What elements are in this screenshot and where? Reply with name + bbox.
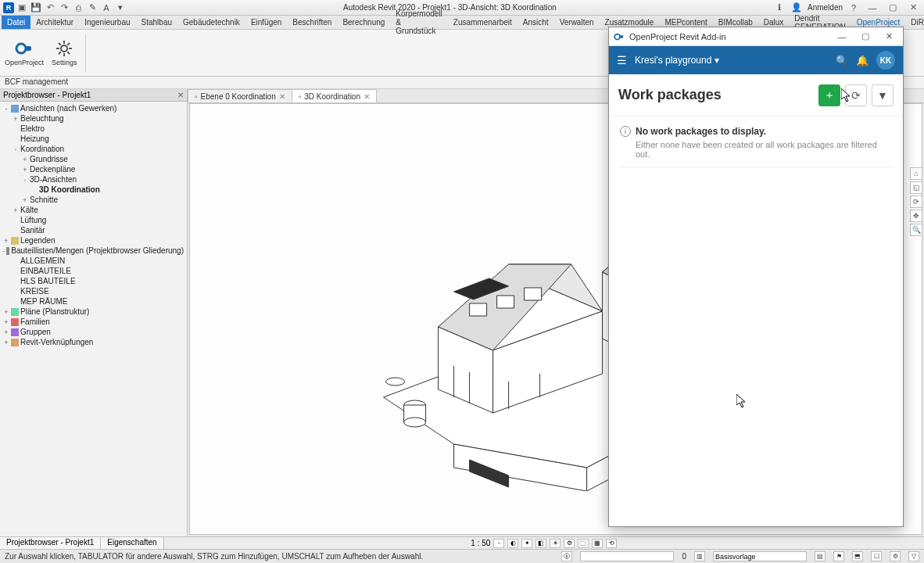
qat-more-icon[interactable]: ▾ — [114, 2, 127, 14]
qat-open-icon[interactable]: ▣ — [16, 2, 28, 14]
help-icon[interactable]: ? — [847, 2, 860, 14]
doc-tab-browser[interactable]: Projektbrowser - Projekt1 — [0, 537, 101, 549]
search-icon[interactable]: 🔍 — [836, 55, 848, 66]
expand-icon[interactable]: + — [2, 237, 11, 245]
ribbon-tab[interactable]: Architektur — [30, 16, 79, 29]
tree-row[interactable]: -Bauteillisten/Mengen (Projektbrowser Gl… — [0, 246, 187, 256]
settings-button[interactable]: Settings — [52, 39, 77, 66]
window-close-icon[interactable]: ✕ — [905, 2, 921, 14]
status-icon[interactable]: ⚙ — [890, 551, 901, 561]
user-avatar[interactable]: KK — [876, 51, 895, 70]
op-minimize-icon[interactable]: — — [833, 29, 851, 45]
nav-cube-icon[interactable]: ◱ — [910, 181, 922, 194]
ribbon-tab[interactable]: Stahlbau — [136, 16, 177, 29]
expand-icon[interactable]: + — [2, 328, 11, 336]
expand-icon[interactable]: + — [20, 166, 30, 174]
project-browser-close-icon[interactable]: ✕ — [177, 91, 184, 99]
status-search-input[interactable] — [580, 551, 674, 561]
tree-row[interactable]: Elektro — [0, 124, 187, 134]
tree-row[interactable]: ALLGEMEIN — [0, 256, 187, 266]
op-refresh-button[interactable]: ⟳ — [845, 84, 867, 106]
doc-tab-properties[interactable]: Eigenschaften — [101, 537, 163, 549]
status-icon[interactable]: 🛈 — [561, 551, 572, 561]
view-tab-close-icon[interactable]: ✕ — [364, 92, 370, 101]
tree-row[interactable]: KREISE — [0, 286, 187, 296]
window-maximize-icon[interactable]: ▢ — [885, 2, 901, 14]
ribbon-tab[interactable]: Körpermodell & Grundstück — [390, 16, 447, 29]
bell-icon[interactable]: 🔔 — [856, 55, 868, 66]
ribbon-tab[interactable]: Verwalten — [554, 16, 600, 29]
hamburger-icon[interactable]: ☰ — [617, 54, 627, 66]
expand-icon[interactable]: + — [20, 156, 30, 163]
collapse-icon[interactable]: - — [20, 176, 30, 184]
qat-redo-icon[interactable]: ↷ — [58, 2, 70, 14]
tree-row[interactable]: +Gruppen — [0, 327, 187, 337]
qat-print-icon[interactable]: ⎙ — [72, 2, 84, 14]
nav-home-icon[interactable]: ⌂ — [910, 167, 922, 180]
view-tab-close-icon[interactable]: ✕ — [279, 92, 285, 101]
tree-row[interactable]: 3D Koordination — [0, 185, 187, 195]
ribbon-tab[interactable]: Einfügen — [245, 16, 287, 29]
qat-undo-icon[interactable]: ↶ — [44, 2, 56, 14]
user-icon[interactable]: 👤 — [790, 2, 803, 14]
vcb-icon[interactable]: ◐ — [507, 539, 518, 548]
expand-icon[interactable]: + — [2, 308, 11, 316]
ribbon-tab[interactable]: Gebäudetechnik — [177, 16, 245, 29]
vcb-icon[interactable]: ▦ — [592, 539, 603, 548]
op-maximize-icon[interactable]: ▢ — [856, 29, 875, 45]
expand-icon[interactable]: + — [11, 115, 20, 123]
view-tab[interactable]: ▫3D Koordination✕ — [292, 89, 377, 102]
nav-zoom-icon[interactable]: 🔍 — [910, 224, 922, 236]
login-link[interactable]: Anmelden — [808, 3, 843, 12]
collapse-icon[interactable]: - — [2, 105, 11, 113]
qat-measure-icon[interactable]: ✎ — [86, 2, 98, 14]
vcb-icon[interactable]: ☀ — [550, 539, 560, 548]
nav-pan-icon[interactable]: ✥ — [910, 210, 922, 222]
tree-row[interactable]: +Pläne (Planstruktur) — [0, 307, 187, 317]
ribbon-tab[interactable]: Ansicht — [518, 16, 554, 29]
tree-row[interactable]: +Deckenpläne — [0, 164, 187, 174]
tree-row[interactable]: +Beleuchtung — [0, 113, 187, 124]
tree-row[interactable]: +Revit-Verknüpfungen — [0, 337, 187, 347]
view-tab[interactable]: ▫Ebene 0 Koordination✕ — [188, 89, 292, 102]
expand-icon[interactable]: + — [11, 206, 20, 214]
qat-save-icon[interactable]: 💾 — [30, 2, 42, 14]
vcb-icon[interactable]: ◧ — [535, 539, 546, 548]
op-add-button[interactable]: ＋ — [818, 84, 840, 106]
status-icon[interactable]: ⚑ — [833, 551, 844, 561]
status-filter-icon[interactable]: ▽ — [908, 551, 919, 561]
status-icon[interactable]: ▥ — [694, 551, 705, 561]
op-close-icon[interactable]: ✕ — [879, 29, 898, 45]
tree-row[interactable]: -Koordination — [0, 144, 187, 154]
tree-row[interactable]: +Legenden — [0, 235, 187, 246]
op-filter-button[interactable]: ▼ — [872, 84, 894, 106]
ribbon-tab[interactable]: Beschriften — [287, 16, 337, 29]
tree-row[interactable]: -Ansichten (nach Gewerken) — [0, 103, 187, 113]
tree-row[interactable]: +Familien — [0, 317, 187, 327]
tree-row[interactable]: Heizung — [0, 134, 187, 144]
tree-row[interactable]: MEP RÄUME — [0, 296, 187, 307]
status-icon[interactable]: ☐ — [871, 551, 882, 561]
tree-row[interactable]: -3D-Ansichten — [0, 174, 187, 185]
openproject-button[interactable]: OpenProject — [5, 39, 44, 66]
ribbon-tab[interactable]: Datei — [2, 16, 30, 29]
nav-orbit-icon[interactable]: ⟳ — [910, 195, 922, 208]
vcb-icon[interactable]: ⚙ — [564, 539, 575, 548]
expand-icon[interactable]: + — [2, 318, 11, 326]
tree-row[interactable]: EINBAUTEILE — [0, 266, 187, 276]
tree-row[interactable]: +Grundrisse — [0, 154, 187, 164]
tree-row[interactable]: +Kälte — [0, 205, 187, 215]
vcb-icon[interactable]: ▫ — [493, 539, 504, 548]
vcb-icon[interactable]: ⟲ — [606, 539, 617, 548]
status-icon[interactable]: ⬒ — [852, 551, 863, 561]
info-icon[interactable]: ℹ — [773, 2, 786, 14]
tree-row[interactable]: +Schnitte — [0, 195, 187, 205]
tree-row[interactable]: Sanitär — [0, 225, 187, 235]
vcb-icon[interactable]: ⬚ — [578, 539, 589, 548]
status-template-input[interactable] — [713, 551, 807, 561]
ribbon-tab[interactable]: Zusammenarbeit — [448, 16, 518, 29]
ribbon-tab[interactable]: Ingenieurbau — [79, 16, 135, 29]
expand-icon[interactable]: + — [2, 339, 11, 346]
ribbon-tab[interactable]: Berechnung — [337, 16, 390, 29]
collapse-icon[interactable]: - — [11, 145, 20, 153]
